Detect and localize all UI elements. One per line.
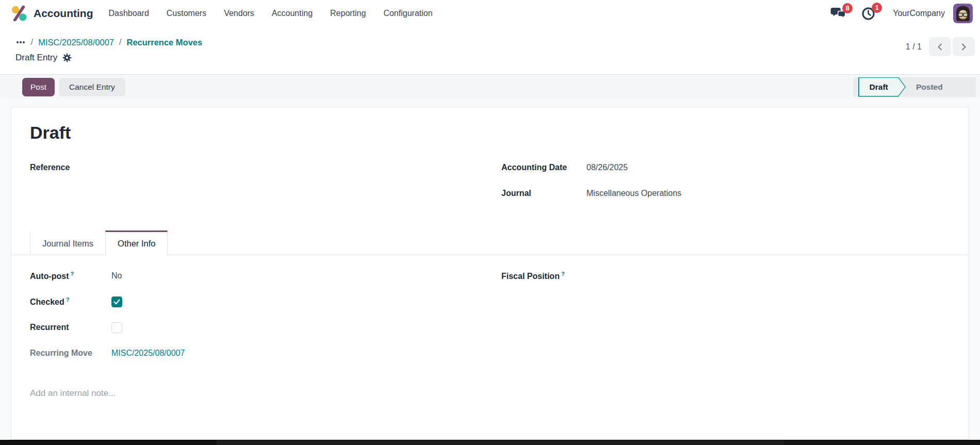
- form-sheet: Draft Reference Accounting Date 08/26/20…: [11, 107, 969, 440]
- record-title: Draft Entry: [15, 53, 57, 63]
- top-navbar: Accounting Dashboard Customers Vendors A…: [0, 0, 980, 27]
- internal-note-input[interactable]: Add an internal note...: [30, 388, 969, 399]
- pager-counter: 1 / 1: [906, 42, 922, 52]
- menu-vendors[interactable]: Vendors: [224, 9, 254, 18]
- menu-configuration[interactable]: Configuration: [383, 9, 432, 18]
- breadcrumb-separator: /: [119, 38, 121, 47]
- accounting-date-input[interactable]: 08/26/2025: [586, 163, 628, 172]
- main-menu: Dashboard Customers Vendors Accounting R…: [109, 9, 433, 18]
- breadcrumb-ellipsis[interactable]: [15, 39, 26, 45]
- menu-accounting[interactable]: Accounting: [272, 9, 313, 18]
- reference-field-row: Reference: [30, 161, 490, 174]
- breadcrumb: / MISC/2025/08/0007 / Recurrence Moves: [15, 35, 968, 50]
- accounting-app-icon[interactable]: [11, 6, 27, 21]
- recurrent-field-row: Recurrent: [30, 321, 490, 334]
- status-step-posted[interactable]: Posted: [916, 83, 943, 92]
- company-switcher[interactable]: YourCompany: [893, 9, 945, 18]
- messages-icon[interactable]: 8: [830, 7, 846, 20]
- messages-count-badge: 8: [842, 3, 853, 13]
- recurrent-label: Recurrent: [30, 323, 111, 332]
- form-view: Draft Reference Accounting Date 08/26/20…: [0, 99, 980, 440]
- menu-dashboard[interactable]: Dashboard: [109, 9, 149, 18]
- checked-label: Checked?: [30, 296, 111, 307]
- recurring-move-label: Recurring Move: [30, 349, 111, 358]
- checked-field-row: Checked?: [30, 295, 490, 308]
- gear-icon[interactable]: [62, 53, 72, 62]
- cancel-entry-button[interactable]: Cancel Entry: [59, 78, 125, 96]
- journal-input[interactable]: Miscellaneous Operations: [586, 189, 681, 198]
- menu-customers[interactable]: Customers: [167, 9, 206, 18]
- chevron-left-icon: [937, 43, 943, 51]
- avatar-image: [953, 4, 973, 23]
- notebook-tabs: Journal Items Other Info: [11, 230, 969, 255]
- recurrent-checkbox[interactable]: [111, 322, 122, 333]
- header-fields-left: Reference: [11, 161, 490, 213]
- breadcrumb-move-ref[interactable]: MISC/2025/08/0007: [38, 38, 114, 47]
- navbar-right: 8 1 YourCompany: [830, 4, 977, 23]
- action-bar: Post Cancel Entry Draft Posted: [0, 74, 980, 99]
- header-fields-right: Accounting Date 08/26/2025 Journal Misce…: [490, 161, 969, 213]
- fiscal-position-field-row: Fiscal Position?: [501, 270, 969, 282]
- odoo-accounting-window: Accounting Dashboard Customers Vendors A…: [0, 0, 980, 445]
- journal-field-row: Journal Miscellaneous Operations: [501, 187, 969, 200]
- bottom-edge-bar: [0, 440, 980, 445]
- fiscal-position-label: Fiscal Position?: [501, 271, 586, 281]
- chevron-right-icon: [960, 43, 967, 51]
- breadcrumb-zone: / MISC/2025/08/0007 / Recurrence Moves D…: [0, 27, 980, 74]
- pager-previous-button[interactable]: [929, 37, 951, 56]
- breadcrumb-current[interactable]: Recurrence Moves: [126, 38, 202, 47]
- other-info-left: Auto-post? No Checked? Recurrent: [11, 270, 490, 373]
- entry-state-title: Draft: [30, 123, 969, 143]
- auto-post-label: Auto-post?: [30, 271, 111, 281]
- status-draft-label: Draft: [859, 78, 905, 96]
- auto-post-field-row: Auto-post? No: [30, 270, 490, 282]
- activities-icon[interactable]: 1: [861, 7, 875, 21]
- auto-post-select[interactable]: No: [111, 271, 122, 281]
- tab-other-info[interactable]: Other Info: [105, 230, 168, 255]
- accounting-date-field-row: Accounting Date 08/26/2025: [501, 161, 969, 174]
- help-icon: ?: [561, 271, 565, 277]
- help-icon: ?: [71, 271, 74, 277]
- other-info-tab-content: Auto-post? No Checked? Recurrent: [11, 270, 969, 373]
- accounting-date-label: Accounting Date: [501, 163, 586, 172]
- journal-label: Journal: [501, 189, 586, 198]
- menu-reporting[interactable]: Reporting: [330, 9, 366, 18]
- status-bar: Draft Posted: [853, 77, 976, 97]
- breadcrumb-separator: /: [31, 38, 33, 47]
- record-pager: 1 / 1: [906, 37, 975, 56]
- checked-checkbox[interactable]: [111, 296, 122, 307]
- app-name[interactable]: Accounting: [34, 7, 93, 20]
- status-step-draft[interactable]: Draft: [858, 77, 906, 97]
- recurring-move-field-row: Recurring Move MISC/2025/08/0007: [30, 347, 490, 359]
- reference-label: Reference: [30, 163, 111, 172]
- pager-next-button[interactable]: [953, 37, 975, 56]
- activities-count-badge: 1: [872, 3, 882, 13]
- help-icon: ?: [66, 296, 70, 303]
- recurring-move-link[interactable]: MISC/2025/08/0007: [111, 349, 185, 358]
- checkmark-icon: [113, 299, 120, 305]
- header-fields: Reference Accounting Date 08/26/2025 Jou…: [11, 161, 969, 213]
- other-info-right: Fiscal Position?: [490, 270, 969, 373]
- post-button[interactable]: Post: [22, 78, 55, 96]
- user-avatar[interactable]: [953, 4, 973, 23]
- record-title-row: Draft Entry: [15, 51, 968, 65]
- tab-journal-items[interactable]: Journal Items: [30, 230, 105, 255]
